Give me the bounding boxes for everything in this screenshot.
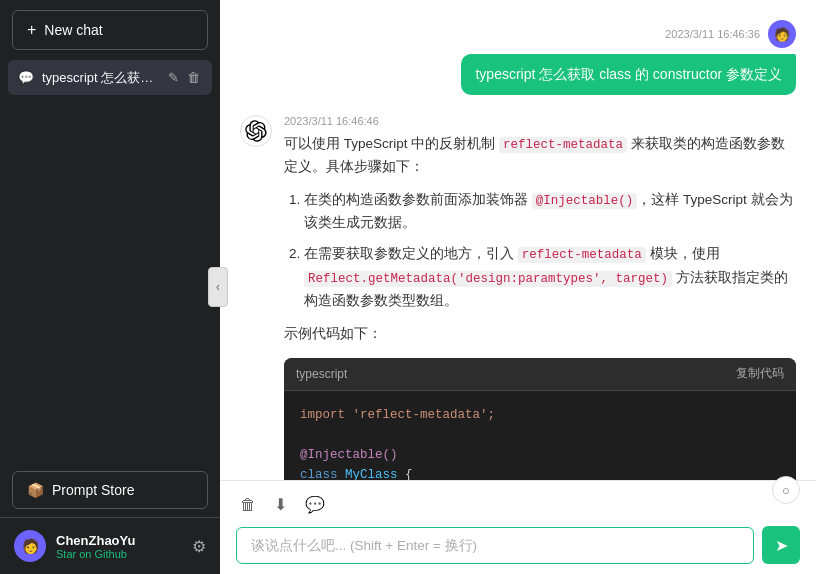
new-chat-label: New chat	[44, 22, 102, 38]
ai-paragraph-1: 可以使用 TypeScript 中的反射机制 reflect-metadata …	[284, 133, 796, 179]
user-bubble: typescript 怎么获取 class 的 constructor 参数定义	[461, 54, 796, 95]
copy-code-button[interactable]: 复制代码	[736, 365, 784, 382]
avatar: 🧑	[14, 530, 46, 562]
inline-code-1: reflect-metadata	[499, 137, 627, 153]
chat-list-item[interactable]: 💬 typescript 怎么获取... ✎ 🗑	[8, 60, 212, 95]
main-chat-area: 2023/3/11 16:46:36 🧑 typescript 怎么获取 cla…	[220, 0, 816, 574]
user-name: ChenZhaoYu	[56, 533, 182, 548]
user-profile: 🧑 ChenZhaoYu Star on Github ⚙	[0, 517, 220, 574]
ai-list-item-2: 在需要获取参数定义的地方，引入 reflect-metadata 模块，使用 R…	[304, 243, 796, 312]
send-button[interactable]: ➤	[762, 526, 800, 564]
ai-message-content: 2023/3/11 16:46:46 可以使用 TypeScript 中的反射机…	[284, 115, 796, 480]
chat-bottom: 🗑 ⬇ 💬 ➤	[220, 480, 816, 574]
code-lang-label: typescript	[296, 364, 347, 384]
plus-icon: +	[27, 21, 36, 39]
settings-button[interactable]: ⚙	[192, 537, 206, 556]
inline-code-2: @Injectable()	[532, 193, 638, 209]
avatar-emoji: 🧑	[22, 538, 39, 554]
ai-text: 可以使用 TypeScript 中的反射机制 reflect-metadata …	[284, 133, 796, 480]
code-line-1: import 'reflect-metadata';	[300, 408, 495, 422]
sidebar: + New chat 💬 typescript 怎么获取... ✎ 🗑 📦 Pr…	[0, 0, 220, 574]
user-message-meta: 2023/3/11 16:46:36 🧑	[665, 20, 796, 48]
send-icon: ➤	[775, 536, 788, 555]
new-chat-button[interactable]: + New chat	[12, 10, 208, 50]
user-message-row: 2023/3/11 16:46:36 🧑 typescript 怎么获取 cla…	[240, 20, 796, 95]
inline-code-4: Reflect.getMetadata('design:paramtypes',…	[304, 271, 672, 287]
chat-item-icon: 💬	[18, 70, 34, 85]
user-avatar-small: 🧑	[768, 20, 796, 48]
sidebar-collapse-button[interactable]: ‹	[208, 267, 228, 307]
download-toolbar-button[interactable]: ⬇	[270, 491, 291, 518]
code-content: import 'reflect-metadata'; @Injectable()…	[284, 391, 796, 480]
ai-avatar	[240, 115, 272, 147]
chat-input-row: ➤	[236, 526, 800, 564]
delete-chat-button[interactable]: 🗑	[185, 68, 202, 87]
ai-example-label: 示例代码如下：	[284, 323, 796, 346]
ai-message-time: 2023/3/11 16:46:46	[284, 115, 796, 127]
prompt-store-label: Prompt Store	[52, 482, 134, 498]
prompt-store-button[interactable]: 📦 Prompt Store	[12, 471, 208, 509]
code-block-header: typescript 复制代码	[284, 358, 796, 391]
user-message-time: 2023/3/11 16:46:36	[665, 28, 760, 40]
code-line-3: @Injectable()	[300, 448, 398, 462]
chat-item-text: typescript 怎么获取...	[42, 69, 158, 87]
ai-list-item-1: 在类的构造函数参数前面添加装饰器 @Injectable()，这样 TypeSc…	[304, 189, 796, 235]
ai-message-row: 2023/3/11 16:46:46 可以使用 TypeScript 中的反射机…	[240, 115, 796, 480]
chat-toolbar: 🗑 ⬇ 💬	[236, 491, 800, 518]
chat-input[interactable]	[236, 527, 754, 564]
user-info: ChenZhaoYu Star on Github	[56, 533, 182, 560]
chat-item-actions: ✎ 🗑	[166, 68, 202, 87]
scroll-down-button[interactable]: ○	[772, 476, 800, 504]
prompt-store-icon: 📦	[27, 482, 44, 498]
ai-list: 在类的构造函数参数前面添加装饰器 @Injectable()，这样 TypeSc…	[304, 189, 796, 313]
code-block: typescript 复制代码 import 'reflect-metadata…	[284, 358, 796, 480]
inline-code-3: reflect-metadata	[518, 247, 646, 263]
chat-messages: 2023/3/11 16:46:36 🧑 typescript 怎么获取 cla…	[220, 0, 816, 480]
chat-list: 💬 typescript 怎么获取... ✎ 🗑	[0, 60, 220, 262]
code-line-4: class MyClass {	[300, 468, 413, 480]
share-toolbar-button[interactable]: 💬	[301, 491, 329, 518]
delete-toolbar-button[interactable]: 🗑	[236, 492, 260, 518]
edit-chat-button[interactable]: ✎	[166, 68, 181, 87]
user-role: Star on Github	[56, 548, 182, 560]
